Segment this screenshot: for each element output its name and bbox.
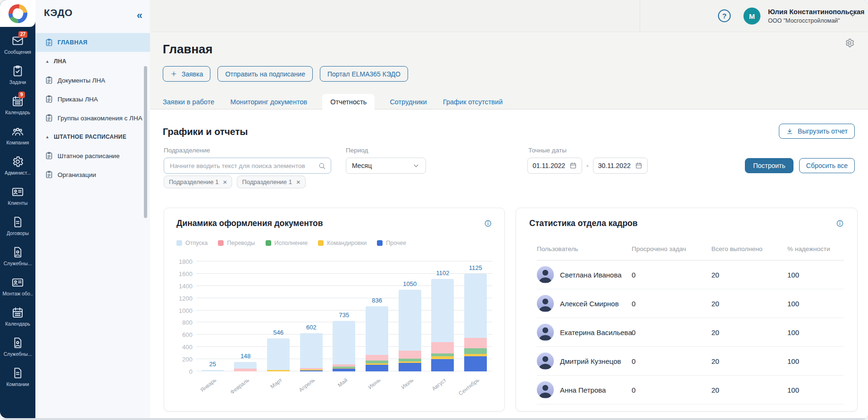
action-button-1[interactable]: Заявка	[163, 66, 210, 82]
export-report-button[interactable]: Выгрузить отчет	[779, 124, 855, 139]
rail-item-5[interactable]: Админист...	[0, 155, 35, 185]
info-icon[interactable]	[484, 219, 492, 227]
menu-item-label: Организации	[58, 171, 96, 178]
overdue-cell: 0	[632, 357, 711, 365]
rail-item-12[interactable]: Компании	[0, 367, 35, 397]
rail-item-2[interactable]: Задачи	[0, 65, 35, 95]
x-axis-label: Июль	[400, 377, 415, 390]
bar-stack	[399, 290, 421, 371]
search-icon	[318, 162, 326, 170]
menu-item-label: ГЛАВНАЯ	[58, 39, 87, 46]
bar-segment-Прочее	[464, 356, 487, 371]
rail-item-6[interactable]: Клиенты	[0, 185, 35, 216]
table-row-1: Светлана Иванова020100	[537, 260, 844, 289]
action-button-3[interactable]: Портал ELMA365 КЭДО	[320, 66, 408, 82]
module-title: КЭДО	[44, 7, 73, 18]
module-menu: КЭДО « ГЛАВНАЯ▴ЛНАДокументы ЛНАПриказы Л…	[35, 0, 150, 418]
reliability-cell: 100	[787, 271, 844, 279]
notification-badge: 27	[18, 31, 27, 38]
menu-group-2[interactable]: ▴ЛНА	[35, 52, 150, 71]
tab-4[interactable]: Сотрудники	[389, 94, 428, 109]
chart-card: Динамика оформления документов ОтпускаПе…	[164, 208, 505, 412]
menu-item-label: Документы ЛНА	[58, 77, 105, 84]
department-search-input[interactable]	[169, 162, 318, 170]
legend-label: Командировки	[327, 240, 367, 246]
close-icon[interactable]: ×	[223, 178, 227, 185]
rail-item-9[interactable]: Монтаж обо..	[0, 276, 35, 306]
menu-list: ГЛАВНАЯ▴ЛНАДокументы ЛНАПриказы ЛНАГрупп…	[35, 0, 150, 184]
user-cell: Екатерина Васильева	[537, 324, 632, 341]
calendar-icon	[11, 306, 24, 319]
date-from-input[interactable]: 01.11.2022	[527, 158, 582, 174]
bar-segment-Отпуска	[464, 274, 487, 338]
filter-chip-label: Подразделение 1	[242, 178, 292, 185]
tab-3[interactable]: Отчетность	[322, 94, 375, 109]
date-to-input[interactable]: 30.11.2022	[593, 158, 648, 174]
chevron-down-icon[interactable]	[849, 11, 857, 19]
menu-item-4[interactable]: Приказы ЛНА	[35, 90, 150, 109]
rail-item-label: Клиенты	[8, 200, 27, 206]
department-chips: Подразделение 1×Подразделение 1×	[164, 176, 306, 188]
rail-item-label: Компании	[6, 381, 29, 387]
close-icon[interactable]: ×	[296, 178, 300, 185]
bar-value-label: 1125	[469, 265, 482, 271]
collapse-group-icon: ▴	[46, 134, 49, 139]
build-button[interactable]: Построить	[745, 158, 793, 173]
overdue-cell: 0	[632, 271, 711, 279]
user-cell: Светлана Иванова	[537, 266, 632, 283]
bar-segment-Прочее	[431, 359, 454, 372]
chart-title: Динамика оформления документов	[176, 218, 323, 228]
legend-item-4: Командировки	[318, 240, 367, 246]
gear-icon[interactable]	[844, 38, 855, 48]
stats-table-body: Светлана Иванова020100Алексей Смирнов020…	[537, 260, 844, 404]
menu-group-6[interactable]: ▴ШТАТНОЕ РАСПИСАНИЕ	[35, 127, 150, 146]
app-logo[interactable]	[0, 0, 35, 27]
reliability-cell: 100	[787, 386, 844, 394]
bar-segment-Отпуска	[300, 333, 323, 368]
reliability-cell: 100	[787, 357, 844, 365]
info-icon[interactable]	[836, 219, 844, 227]
reset-all-button[interactable]: Сбросить все	[799, 158, 855, 173]
rail-item-8[interactable]: Служебны...	[0, 246, 35, 276]
action-button-2[interactable]: Отправить на подписание	[217, 66, 312, 82]
rail-item-label: Календарь	[5, 321, 30, 327]
action-button-label: Портал ELMA365 КЭДО	[327, 70, 401, 78]
completed-cell: 20	[711, 357, 787, 365]
legend-swatch	[318, 240, 324, 246]
period-label: Период	[346, 147, 368, 154]
rail-item-1[interactable]: 27Сообщения	[0, 34, 35, 65]
user-name: Анна Петрова	[560, 386, 606, 394]
bar-stack	[267, 338, 290, 371]
bar-segment-Отпуска	[267, 338, 290, 370]
help-button[interactable]: ?	[718, 9, 731, 22]
tab-2[interactable]: Мониторинг документов	[229, 94, 308, 109]
bar-value-label: 735	[339, 312, 350, 318]
menu-group-label: ЛНА	[54, 58, 67, 65]
menu-item-5[interactable]: Группы ознакомления с ЛНА	[35, 109, 150, 127]
legend-item-5: Прочее	[377, 240, 406, 246]
bar-segment-Отпуска	[399, 290, 421, 351]
clipboard-icon	[45, 170, 53, 179]
rail-item-label: Календарь	[5, 109, 30, 115]
period-select[interactable]: Месяц	[346, 158, 426, 174]
rail-item-3[interactable]: 9Календарь	[0, 95, 35, 125]
menu-item-3[interactable]: Документы ЛНА	[35, 71, 150, 90]
menu-item-1[interactable]: ГЛАВНАЯ	[35, 33, 150, 52]
rail-item-11[interactable]: Служебны...	[0, 336, 35, 367]
user-avatar[interactable]: M	[743, 8, 760, 25]
y-tick-label: 0	[189, 369, 192, 375]
calendar-icon	[569, 162, 577, 169]
bar-segment-Отпуска	[366, 306, 388, 354]
rail-item-4[interactable]: Компания	[0, 125, 35, 155]
menu-scrollbar[interactable]	[144, 66, 147, 218]
tab-1[interactable]: Заявки в работе	[162, 94, 215, 109]
menu-item-8[interactable]: Организации	[35, 165, 150, 184]
menu-item-7[interactable]: Штатное расписание	[35, 146, 150, 165]
tab-5[interactable]: График отсутствий	[442, 94, 504, 109]
window-bottom-edge	[0, 418, 868, 420]
rail-item-10[interactable]: Календарь	[0, 306, 35, 336]
collapse-sidebar-button[interactable]: «	[137, 10, 142, 21]
stats-card: Статистика отдела кадров ПользовательПро…	[516, 208, 858, 412]
section-title: Графики и отчеты	[163, 126, 248, 137]
rail-item-7[interactable]: Договоры	[0, 216, 35, 246]
